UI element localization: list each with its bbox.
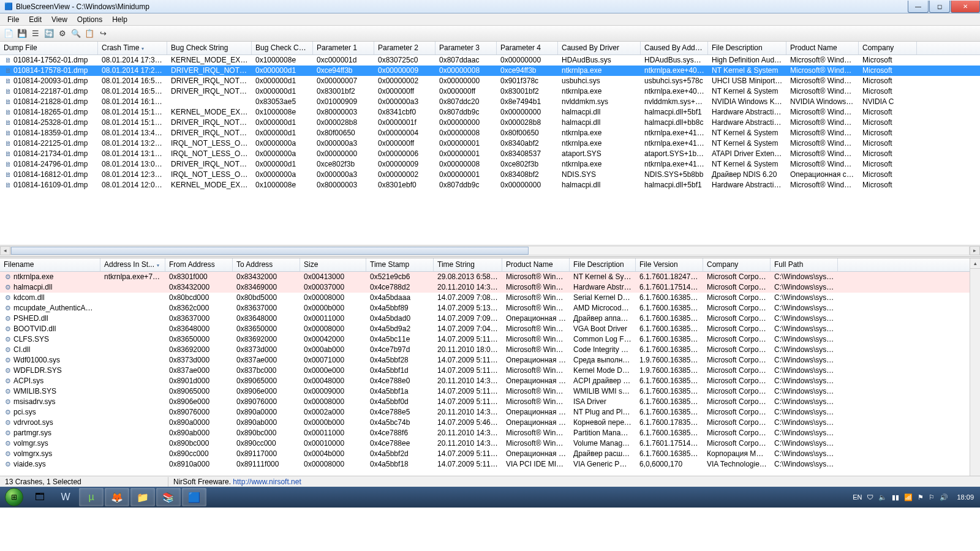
scroll-left-icon[interactable]: ◂ bbox=[0, 246, 10, 255]
taskbar-utorrent-icon[interactable]: µ bbox=[79, 488, 104, 506]
table-row[interactable]: ⚙BOOTVID.dll0x836480000x836500000x000080… bbox=[0, 324, 970, 334]
column-header[interactable]: Full Path bbox=[771, 258, 838, 271]
tray-volume-icon[interactable]: 🔊 bbox=[940, 493, 948, 501]
table-row[interactable]: 🗎010814-16109-01.dmp08.01.2014 12:00:44K… bbox=[0, 180, 980, 190]
tray-clock[interactable]: 18:09 bbox=[957, 493, 974, 501]
taskbar-firefox-icon[interactable]: 🦊 bbox=[105, 488, 129, 506]
exit-icon[interactable]: ↪ bbox=[97, 28, 109, 40]
column-header[interactable]: Dump File bbox=[0, 42, 98, 54]
taskbar-word-icon[interactable]: W bbox=[53, 488, 78, 506]
table-row[interactable]: ⚙ntkrnlpa.exentkrnlpa.exe+7a7630x8301f00… bbox=[0, 272, 970, 282]
table-row[interactable]: 🗎010814-20093-01.dmp08.01.2014 16:59:02D… bbox=[0, 76, 980, 86]
scroll-thumb[interactable] bbox=[11, 247, 529, 255]
table-row[interactable]: ⚙kdcom.dll0x80bcd0000x80bd50000x00008000… bbox=[0, 293, 970, 303]
column-header[interactable]: Bug Check Code bbox=[252, 42, 313, 54]
table-row[interactable]: 🗎010814-16812-01.dmp08.01.2014 12:39:01I… bbox=[0, 170, 980, 180]
properties-icon[interactable]: ☰ bbox=[29, 28, 42, 40]
column-header[interactable]: Parameter 3 bbox=[435, 42, 497, 54]
taskbar-winrar-icon[interactable]: 📚 bbox=[156, 488, 181, 506]
taskbar-explorer-icon[interactable]: 🗔 bbox=[28, 488, 52, 506]
module-list-body[interactable]: ⚙ntkrnlpa.exentkrnlpa.exe+7a7630x8301f00… bbox=[0, 272, 970, 475]
tray-lang[interactable]: EN bbox=[853, 493, 862, 501]
table-row[interactable]: ⚙WMILIB.SYS0x890650000x8906e0000x0000900… bbox=[0, 386, 970, 397]
menu-edit[interactable]: Edit bbox=[24, 14, 47, 25]
refresh-icon[interactable]: 🔄 bbox=[43, 28, 55, 40]
tray-speaker-icon[interactable]: 🔈 bbox=[878, 493, 887, 501]
table-row[interactable]: ⚙pci.sys0x890760000x890a00000x0002a0000x… bbox=[0, 407, 970, 418]
close-button[interactable]: ✕ bbox=[951, 1, 980, 13]
tray-network-icon[interactable]: 📶 bbox=[904, 493, 913, 501]
table-row[interactable]: ⚙halmacpi.dll0x834320000x834690000x00037… bbox=[0, 282, 970, 293]
start-button[interactable]: ⊞ bbox=[1, 487, 27, 507]
scroll-up-icon[interactable]: ▴ bbox=[970, 258, 980, 269]
table-row[interactable]: ⚙ACPI.sys0x8901d0000x890650000x000480000… bbox=[0, 376, 970, 386]
table-row[interactable]: ⚙WDFLDR.SYS0x837ae0000x837bc0000x0000e00… bbox=[0, 365, 970, 376]
minimize-button[interactable]: — bbox=[908, 1, 929, 13]
column-header[interactable]: To Address bbox=[233, 258, 300, 271]
column-header[interactable]: Product Name bbox=[786, 42, 859, 54]
table-row[interactable]: ⚙msisadrv.sys0x8906e0000x890760000x00008… bbox=[0, 397, 970, 407]
column-header[interactable]: Crash Time▾ bbox=[98, 42, 167, 54]
table-row[interactable]: 🗎010814-17578-01.dmp08.01.2014 17:27:10D… bbox=[0, 66, 980, 76]
table-row[interactable]: ⚙PSHED.dll0x836370000x836480000x00011000… bbox=[0, 313, 970, 324]
module-list-vscrollbar[interactable]: ▴ bbox=[970, 258, 980, 476]
table-row[interactable]: 🗎010814-18359-01.dmp08.01.2014 13:44:50D… bbox=[0, 128, 980, 138]
table-row[interactable]: 🗎010814-21828-01.dmp08.01.2014 16:11:570… bbox=[0, 97, 980, 107]
column-header[interactable]: Parameter 4 bbox=[497, 42, 558, 54]
column-header[interactable]: Filename bbox=[0, 258, 100, 271]
table-row[interactable]: 🗎010814-22187-01.dmp08.01.2014 16:52:47D… bbox=[0, 86, 980, 97]
save-icon[interactable]: 💾 bbox=[16, 28, 28, 40]
column-header[interactable]: File Description bbox=[708, 42, 786, 54]
column-header[interactable]: Product Name bbox=[502, 258, 570, 271]
tray-action-icon[interactable]: ⚐ bbox=[929, 493, 935, 501]
menu-help[interactable]: Help bbox=[107, 14, 132, 25]
taskbar-folder-icon[interactable]: 📁 bbox=[130, 488, 155, 506]
table-row[interactable]: 🗎010814-25328-01.dmp08.01.2014 15:13:25D… bbox=[0, 118, 980, 128]
column-header[interactable]: Caused By Driver bbox=[558, 42, 641, 54]
options-icon[interactable]: ⚙ bbox=[56, 28, 69, 40]
table-row[interactable]: 🗎010814-17562-01.dmp08.01.2014 17:30:18K… bbox=[0, 55, 980, 66]
open-icon[interactable]: 📄 bbox=[2, 28, 15, 40]
table-row[interactable]: ⚙vdrvroot.sys0x890a00000x890ab0000x0000b… bbox=[0, 418, 970, 428]
column-header[interactable]: File Version bbox=[636, 258, 703, 271]
table-row[interactable]: 🗎010814-22125-01.dmp08.01.2014 13:24:36I… bbox=[0, 138, 980, 149]
tray-app-icon[interactable]: ▮▮ bbox=[892, 493, 899, 501]
column-header[interactable]: Company bbox=[703, 258, 771, 271]
maximize-button[interactable]: ◻ bbox=[929, 1, 950, 13]
tray-flag-icon[interactable]: ⚑ bbox=[918, 493, 924, 501]
column-header[interactable]: From Address bbox=[165, 258, 233, 271]
menu-options[interactable]: Options bbox=[72, 14, 107, 25]
table-row[interactable]: ⚙CI.dll0x836920000x8373d0000x000ab0000x4… bbox=[0, 345, 970, 355]
table-row[interactable]: ⚙partmgr.sys0x890ab0000x890bc0000x000110… bbox=[0, 428, 970, 438]
column-header[interactable]: Address In St...▾ bbox=[100, 258, 165, 271]
column-header[interactable]: Parameter 2 bbox=[374, 42, 435, 54]
table-row[interactable]: 🗎010814-24796-01.dmp08.01.2014 13:07:15D… bbox=[0, 159, 980, 170]
menu-view[interactable]: View bbox=[47, 14, 72, 25]
crash-list-header[interactable]: Dump FileCrash Time▾Bug Check StringBug … bbox=[0, 42, 980, 55]
column-header[interactable]: Company bbox=[859, 42, 917, 54]
nirsoft-link[interactable]: http://www.nirsoft.net bbox=[233, 478, 301, 486]
system-tray[interactable]: EN 🛡 🔈 ▮▮ 📶 ⚑ ⚐ 🔊 18:09 bbox=[850, 493, 979, 501]
column-header[interactable]: File Description bbox=[570, 258, 636, 271]
column-header[interactable]: Time Stamp bbox=[366, 258, 434, 271]
scroll-right-icon[interactable]: ▸ bbox=[970, 246, 980, 255]
tray-shield-icon[interactable]: 🛡 bbox=[867, 493, 873, 501]
table-row[interactable]: ⚙Wdf01000.sys0x8373d0000x837ae0000x00071… bbox=[0, 355, 970, 365]
table-row[interactable]: ⚙viaide.sys0x8910a0000x89111f0000x000080… bbox=[0, 459, 970, 470]
crash-list-hscrollbar[interactable]: ◂ ▸ bbox=[0, 245, 980, 255]
table-row[interactable]: 🗎010814-18265-01.dmp08.01.2014 15:16:36K… bbox=[0, 107, 980, 118]
menu-file[interactable]: File bbox=[2, 14, 24, 25]
column-header[interactable]: Size bbox=[300, 258, 366, 271]
column-header[interactable]: Bug Check String bbox=[167, 42, 252, 54]
taskbar-bluescreenview-icon[interactable]: 🟦 bbox=[182, 488, 206, 506]
column-header[interactable]: Caused By Address bbox=[641, 42, 708, 54]
table-row[interactable]: ⚙volmgrx.sys0x890cc0000x891170000x0004b0… bbox=[0, 449, 970, 459]
table-row[interactable]: 🗎010814-21734-01.dmp08.01.2014 13:16:33I… bbox=[0, 149, 980, 159]
find-icon[interactable]: 🔍 bbox=[70, 28, 82, 40]
table-row[interactable]: ⚙volmgr.sys0x890bc0000x890cc0000x0001000… bbox=[0, 438, 970, 449]
table-row[interactable]: ⚙mcupdate_AuthenticAMD.dll0x8362c0000x83… bbox=[0, 303, 970, 313]
copy-icon[interactable]: 📋 bbox=[83, 28, 96, 40]
column-header[interactable]: Time String bbox=[434, 258, 502, 271]
crash-list-body[interactable]: 🗎010814-17562-01.dmp08.01.2014 17:30:18K… bbox=[0, 55, 980, 245]
module-list-header[interactable]: FilenameAddress In St...▾From AddressTo … bbox=[0, 258, 970, 272]
